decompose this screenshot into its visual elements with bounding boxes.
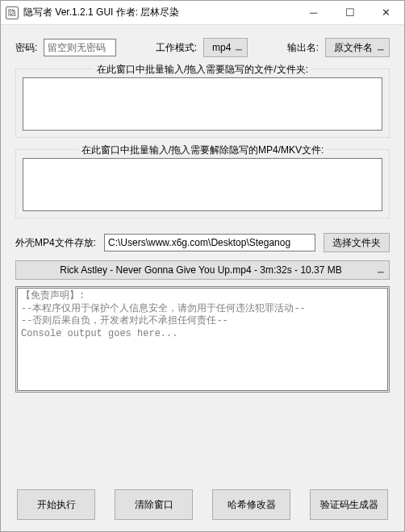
output-dropdown[interactable]: 原文件名 ▁	[325, 38, 390, 57]
hide-file-list[interactable]	[23, 77, 382, 131]
hide-legend: 在此窗口中批量输入/拖入需要隐写的文件/文件夹:	[94, 64, 311, 75]
shell-path-label: 外壳MP4文件存放:	[15, 236, 96, 250]
console-frame: 【免责声明】: --本程序仅用于保护个人信息安全，请勿用于任何违法犯罪活动-- …	[15, 286, 390, 393]
start-button[interactable]: 开始执行	[17, 489, 95, 520]
captcha-generator-button[interactable]: 验证码生成器	[310, 489, 388, 520]
output-label: 输出名:	[287, 41, 319, 55]
reveal-groupbox: 在此窗口中批量输入/拖入需要解除隐写的MP4/MKV文件:	[15, 149, 390, 218]
bottom-button-row: 开始执行 清除窗口 哈希修改器 验证码生成器	[15, 489, 390, 520]
choose-folder-button[interactable]: 选择文件夹	[324, 233, 390, 252]
clear-button[interactable]: 清除窗口	[115, 489, 193, 520]
password-input[interactable]	[44, 39, 116, 56]
close-button[interactable]: ✕	[368, 1, 404, 25]
mode-label: 工作模式:	[156, 41, 197, 55]
output-value: 原文件名	[334, 41, 373, 55]
minimize-button[interactable]: ─	[295, 1, 332, 25]
title-bar: 隐 隐写者 Ver.1.2.1 GUI 作者: 层林尽染 ─ ☐ ✕	[1, 1, 404, 25]
chevron-down-icon: ▁	[378, 268, 384, 272]
hash-modifier-button[interactable]: 哈希修改器	[212, 489, 290, 520]
reveal-legend: 在此窗口中批量输入/拖入需要解除隐写的MP4/MKV文件:	[78, 144, 328, 156]
password-label: 密码:	[15, 41, 37, 55]
shell-file-dropdown[interactable]: Rick Astley - Never Gonna Give You Up.mp…	[15, 260, 390, 280]
app-icon: 隐	[6, 6, 19, 19]
maximize-button[interactable]: ☐	[332, 1, 368, 25]
chevron-down-icon: ▁	[236, 45, 242, 50]
options-row: 密码: 工作模式: mp4 ▁ 输出名: 原文件名 ▁	[15, 38, 390, 57]
reveal-file-list[interactable]	[23, 158, 382, 211]
client-area: 密码: 工作模式: mp4 ▁ 输出名: 原文件名 ▁ 在此窗口中批量输入/拖入…	[1, 25, 404, 531]
mode-dropdown[interactable]: mp4 ▁	[203, 38, 248, 57]
hide-groupbox: 在此窗口中批量输入/拖入需要隐写的文件/文件夹:	[15, 69, 390, 138]
mode-value: mp4	[212, 42, 231, 53]
shell-file-display: Rick Astley - Never Gonna Give You Up.mp…	[24, 264, 378, 276]
shell-path-row: 外壳MP4文件存放: 选择文件夹	[15, 233, 390, 252]
console-output[interactable]: 【免责声明】: --本程序仅用于保护个人信息安全，请勿用于任何违法犯罪活动-- …	[17, 288, 388, 391]
chevron-down-icon: ▁	[378, 45, 384, 50]
window-title: 隐写者 Ver.1.2.1 GUI 作者: 层林尽染	[23, 6, 295, 19]
shell-path-input[interactable]	[104, 234, 315, 251]
